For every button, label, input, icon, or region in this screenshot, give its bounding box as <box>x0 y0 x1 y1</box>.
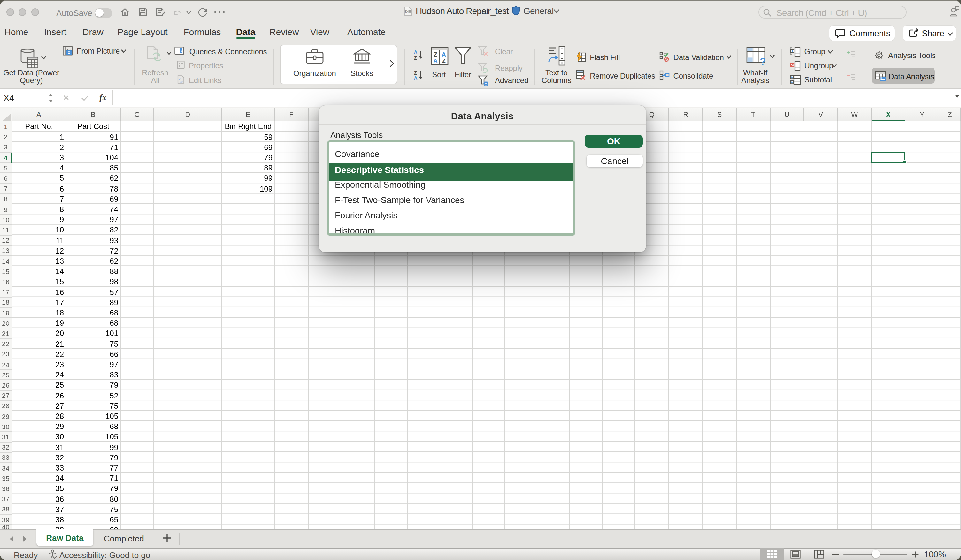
svg-text:A: A <box>433 58 437 64</box>
svg-text:Z: Z <box>433 51 437 58</box>
svg-text:A: A <box>414 50 418 55</box>
svg-text:A: A <box>441 51 446 58</box>
svg-text:X: X <box>406 9 408 13</box>
svg-text:Z: Z <box>414 55 417 60</box>
svg-text:Z: Z <box>442 58 445 64</box>
svg-text:A: A <box>414 75 418 80</box>
svg-text:Z: Z <box>414 70 417 75</box>
svg-text:?: ? <box>759 56 765 66</box>
